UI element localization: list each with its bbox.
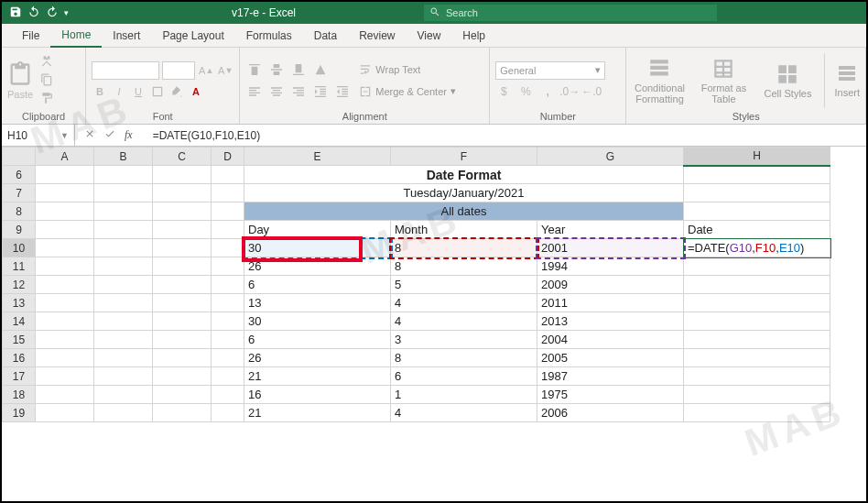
row-header[interactable]: 12: [3, 276, 36, 294]
cell[interactable]: 2011: [537, 294, 684, 312]
decrease-decimal-icon[interactable]: ←.0: [583, 83, 600, 100]
italic-icon[interactable]: I: [111, 83, 127, 100]
align-top-icon[interactable]: [245, 60, 264, 79]
enter-formula-icon[interactable]: [104, 128, 115, 142]
row-header[interactable]: 6: [3, 166, 36, 184]
tab-file[interactable]: File: [11, 24, 50, 48]
col-header-C[interactable]: C: [153, 148, 212, 166]
bold-icon[interactable]: B: [92, 83, 108, 100]
spreadsheet-grid[interactable]: A B C D E F G H 6 Date Format 7 Tuesday/…: [2, 147, 866, 422]
align-bottom-icon[interactable]: [289, 60, 308, 79]
row-header[interactable]: 19: [3, 404, 36, 422]
cell-H10[interactable]: =DATE(G10,F10,E10): [684, 239, 830, 257]
comma-icon[interactable]: ,: [539, 83, 556, 100]
all-dates-header[interactable]: All dates: [244, 202, 684, 221]
paste-button[interactable]: Paste: [7, 61, 33, 100]
orientation-icon[interactable]: [311, 60, 330, 79]
copy-icon[interactable]: [40, 73, 53, 88]
row-header[interactable]: 11: [3, 257, 36, 276]
tab-help[interactable]: Help: [451, 24, 496, 48]
cell-E10[interactable]: 30: [244, 239, 391, 257]
header-month[interactable]: Month: [391, 221, 537, 239]
row-header[interactable]: 17: [3, 367, 36, 386]
align-center-icon[interactable]: [267, 82, 286, 101]
cancel-formula-icon[interactable]: [84, 128, 95, 142]
redo-icon[interactable]: [46, 5, 59, 21]
cut-icon[interactable]: [40, 55, 53, 70]
cell[interactable]: 6: [391, 367, 537, 386]
row-header[interactable]: 7: [3, 184, 36, 202]
header-year[interactable]: Year: [537, 221, 684, 239]
save-icon[interactable]: [9, 5, 22, 21]
cell[interactable]: 2013: [537, 312, 684, 331]
tab-data[interactable]: Data: [303, 24, 348, 48]
row-header[interactable]: 10: [3, 239, 36, 257]
borders-icon[interactable]: [149, 83, 166, 100]
wrap-text-button[interactable]: Wrap Text: [355, 63, 424, 76]
conditional-formatting-button[interactable]: Conditional Formatting: [632, 57, 687, 104]
cell[interactable]: 4: [391, 312, 537, 331]
percent-icon[interactable]: %: [517, 83, 534, 100]
format-as-table-button[interactable]: Format as Table: [696, 57, 751, 104]
cell[interactable]: 13: [244, 294, 391, 312]
cell[interactable]: 2005: [537, 349, 684, 367]
qat-dropdown-icon[interactable]: ▾: [64, 8, 69, 17]
col-header-B[interactable]: B: [94, 148, 153, 166]
header-date[interactable]: Date: [684, 221, 830, 239]
search-box[interactable]: Search: [424, 5, 717, 21]
cell[interactable]: 1975: [537, 386, 684, 404]
select-all-corner[interactable]: [3, 148, 36, 166]
increase-indent-icon[interactable]: [333, 82, 352, 101]
cell[interactable]: 21: [244, 404, 391, 422]
row-header[interactable]: 18: [3, 386, 36, 404]
cell[interactable]: 4: [391, 294, 537, 312]
cell[interactable]: 5: [391, 276, 537, 294]
cell[interactable]: 2006: [537, 404, 684, 422]
tab-view[interactable]: View: [407, 24, 452, 48]
fill-color-icon[interactable]: [168, 83, 185, 100]
underline-icon[interactable]: U: [130, 83, 146, 100]
cell[interactable]: 26: [244, 257, 391, 276]
col-header-H[interactable]: H: [684, 148, 830, 166]
align-left-icon[interactable]: [245, 82, 264, 101]
cell[interactable]: 1: [391, 386, 537, 404]
decrease-font-icon[interactable]: A▼: [217, 62, 233, 79]
cell[interactable]: 8: [391, 257, 537, 276]
name-box[interactable]: H10▼: [2, 125, 75, 146]
tab-review[interactable]: Review: [348, 24, 406, 48]
tab-insert[interactable]: Insert: [102, 24, 151, 48]
date-display[interactable]: Tuesday/January/2021: [244, 184, 684, 202]
cell[interactable]: 6: [244, 276, 391, 294]
sheet-title[interactable]: Date Format: [244, 166, 684, 184]
increase-decimal-icon[interactable]: .0→: [561, 83, 578, 100]
number-format-dropdown[interactable]: General▾: [495, 61, 605, 80]
cell[interactable]: 3: [391, 331, 537, 349]
formula-bar[interactable]: =DATE(G10,F10,E10): [147, 129, 866, 142]
row-header[interactable]: 15: [3, 331, 36, 349]
align-right-icon[interactable]: [289, 82, 308, 101]
row-header[interactable]: 8: [3, 202, 36, 221]
cell-F10[interactable]: 8: [391, 239, 537, 257]
align-middle-icon[interactable]: [267, 60, 286, 79]
col-header-D[interactable]: D: [212, 148, 244, 166]
cell-styles-button[interactable]: Cell Styles: [760, 62, 815, 99]
row-header[interactable]: 13: [3, 294, 36, 312]
row-header[interactable]: 9: [3, 221, 36, 239]
insert-cells-button[interactable]: Insert: [834, 63, 860, 98]
row-header[interactable]: 14: [3, 312, 36, 331]
undo-icon[interactable]: [27, 5, 40, 21]
col-header-G[interactable]: G: [537, 148, 684, 166]
cell[interactable]: 2004: [537, 331, 684, 349]
cell[interactable]: 26: [244, 349, 391, 367]
font-color-icon[interactable]: A: [188, 83, 204, 100]
cell[interactable]: 1987: [537, 367, 684, 386]
font-family-dropdown[interactable]: [92, 61, 159, 80]
row-header[interactable]: 16: [3, 349, 36, 367]
fx-icon[interactable]: fx: [125, 128, 133, 142]
cell[interactable]: 21: [244, 367, 391, 386]
tab-page-layout[interactable]: Page Layout: [151, 24, 234, 48]
cell[interactable]: 16: [244, 386, 391, 404]
increase-font-icon[interactable]: A▲: [198, 62, 214, 79]
cell[interactable]: 4: [391, 404, 537, 422]
font-size-dropdown[interactable]: [162, 61, 195, 80]
